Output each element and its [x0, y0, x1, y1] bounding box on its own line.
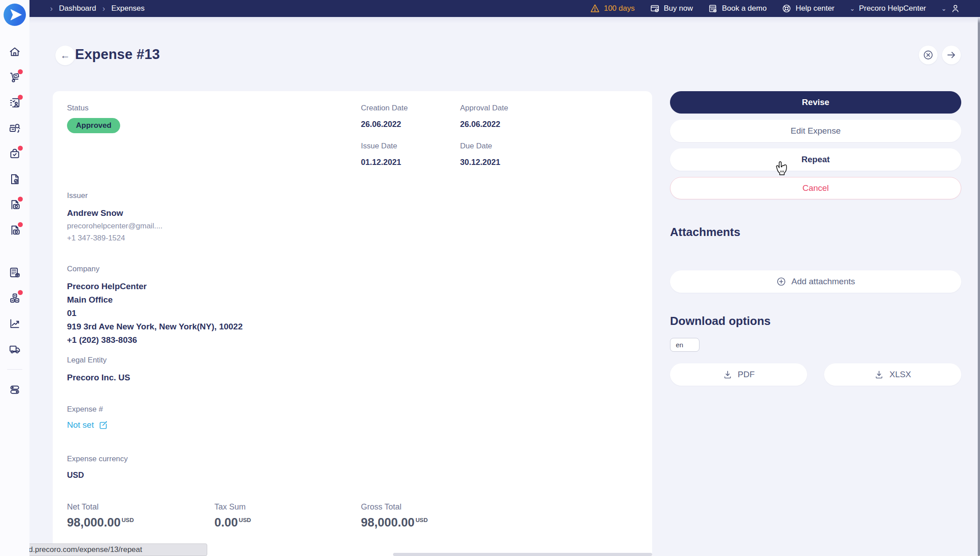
breadcrumb-dashboard[interactable]: Dashboard — [59, 4, 96, 13]
expense-number-label: Expense # — [67, 405, 103, 414]
next-document-button[interactable] — [942, 46, 961, 64]
trial-countdown[interactable]: 100 days — [590, 4, 635, 13]
issue-date-value: 01.12.2021 — [361, 158, 401, 167]
sidebar-divider — [7, 369, 22, 370]
repeat-button[interactable]: Repeat — [670, 148, 961, 171]
horizontal-scrollbar[interactable] — [393, 553, 652, 556]
notification-badge — [18, 95, 23, 100]
settings-toggles-icon[interactable] — [8, 383, 21, 396]
breadcrumb-expenses[interactable]: Expenses — [111, 4, 145, 13]
notification-badge — [18, 197, 23, 202]
close-document-button[interactable] — [919, 46, 938, 64]
plus-circle-icon — [776, 277, 786, 286]
truck-search-icon[interactable] — [8, 122, 21, 135]
due-date-label: Due Date — [460, 142, 492, 151]
user-menu[interactable]: ⌄ — [941, 4, 960, 13]
precoro-logo[interactable] — [4, 4, 26, 26]
page-title: Expense #13 — [75, 46, 160, 63]
download-pdf-button[interactable]: PDF — [670, 363, 807, 386]
download-icon — [874, 370, 884, 379]
book-demo-button[interactable]: Book a demo — [708, 4, 766, 13]
tax-sum-currency: USD — [239, 517, 251, 523]
home-icon[interactable] — [8, 46, 21, 58]
download-icon — [723, 370, 733, 379]
analytics-chart-icon[interactable] — [8, 317, 21, 330]
help-center-button[interactable]: Help center — [782, 4, 834, 13]
status-label: Status — [67, 104, 88, 113]
issuer-label: Issuer — [67, 191, 88, 200]
purchase-bag-check-icon[interactable] — [8, 147, 21, 160]
lifebuoy-icon — [782, 4, 792, 13]
net-total-value: 98,000.00USD — [67, 516, 134, 530]
gross-total-currency: USD — [415, 517, 427, 523]
net-total-currency: USD — [121, 517, 134, 523]
breadcrumb: › Dashboard › Expenses — [50, 4, 145, 13]
issuer-email: precorohelpcenter@gmail.... — [67, 220, 163, 232]
notification-badge — [18, 222, 23, 227]
currency-label: Expense currency — [67, 455, 128, 463]
company-phone: +1 (202) 383-8036 — [67, 333, 243, 347]
topbar-actions: 100 days Buy now Book a demo Help center… — [590, 4, 960, 13]
net-total-label: Net Total — [67, 502, 99, 512]
gross-total-label: Gross Total — [361, 502, 402, 512]
chevron-right-icon: › — [102, 4, 105, 13]
vertical-scrollbar[interactable] — [978, 17, 980, 556]
arrow-right-icon — [946, 50, 957, 60]
calculator-database-icon[interactable] — [8, 266, 21, 279]
edit-pencil-icon — [98, 420, 108, 430]
issue-date-label: Issue Date — [361, 142, 397, 151]
actions-panel: Revise Edit Expense Repeat Cancel Attach… — [670, 91, 961, 392]
sidebar-nav — [7, 46, 22, 396]
user-icon — [951, 4, 960, 13]
legal-entity-label: Legal Entity — [67, 356, 107, 365]
close-circle-icon — [923, 50, 934, 60]
add-attachments-button[interactable]: Add attachments — [670, 270, 961, 293]
chevron-right-icon: › — [50, 4, 53, 13]
back-button[interactable]: ← — [55, 46, 75, 65]
link-preview-statusbar: https://d.precoro.com/expense/13/repeat — [0, 543, 207, 556]
company-name: Precoro HelpCenter — [67, 280, 243, 293]
topbar-shadow — [29, 17, 980, 23]
inventory-blocks-icon[interactable] — [8, 292, 21, 304]
notification-badge — [18, 290, 23, 295]
notification-badge — [18, 69, 23, 74]
delivery-truck-icon[interactable] — [8, 343, 21, 355]
language-select[interactable]: en — [670, 338, 699, 352]
chevron-down-icon: ⌄ — [941, 5, 946, 12]
revise-button[interactable]: Revise — [670, 91, 961, 114]
download-xlsx-button[interactable]: XLSX — [824, 363, 961, 386]
company-label: Company — [67, 265, 100, 274]
creation-date-label: Creation Date — [361, 104, 408, 113]
company-address: 919 3rd Ave New York, New York(NY), 1002… — [67, 320, 243, 333]
left-sidebar — [0, 0, 29, 556]
expense-detail-page: { "topbar": { "breadcrumb": [ {"label": … — [0, 0, 980, 556]
legal-entity-value: Precoro Inc. US — [67, 371, 130, 384]
receipt-camera-2-icon[interactable] — [8, 224, 21, 236]
receipt-camera-icon[interactable] — [8, 198, 21, 211]
gross-total-value: 98,000.00USD — [361, 516, 428, 530]
buy-now-button[interactable]: Buy now — [650, 4, 693, 13]
approvals-document-icon[interactable] — [8, 97, 21, 109]
warning-triangle-icon — [590, 4, 600, 13]
account-switcher[interactable]: ⌄ Precoro HelpCenter — [850, 4, 926, 13]
hand-truck-icon[interactable] — [8, 71, 21, 84]
tax-sum-label: Tax Sum — [214, 502, 246, 512]
cancel-button[interactable]: Cancel — [670, 177, 961, 199]
chevron-down-icon: ⌄ — [850, 5, 855, 12]
edit-expense-button[interactable]: Edit Expense — [670, 120, 961, 142]
due-date-value: 30.12.2021 — [460, 158, 500, 167]
attachments-heading: Attachments — [670, 225, 961, 239]
status-badge: Approved — [67, 118, 120, 133]
issuer-phone: +1 347-389-1524 — [67, 232, 125, 244]
document-check-icon[interactable] — [8, 173, 21, 185]
expense-summary-card: Status Approved Creation Date 26.06.2022… — [53, 91, 652, 556]
creation-date-value: 26.06.2022 — [361, 120, 401, 129]
tax-sum-value: 0.00USD — [214, 516, 251, 530]
calendar-booking-icon — [708, 4, 718, 13]
download-options-heading: Download options — [670, 314, 961, 328]
company-code: 01 — [67, 307, 243, 320]
expense-number-edit-link[interactable]: Not set — [67, 420, 108, 430]
issuer-name: Andrew Snow — [67, 206, 123, 220]
company-office: Main Office — [67, 293, 243, 307]
notification-badge — [18, 146, 23, 151]
